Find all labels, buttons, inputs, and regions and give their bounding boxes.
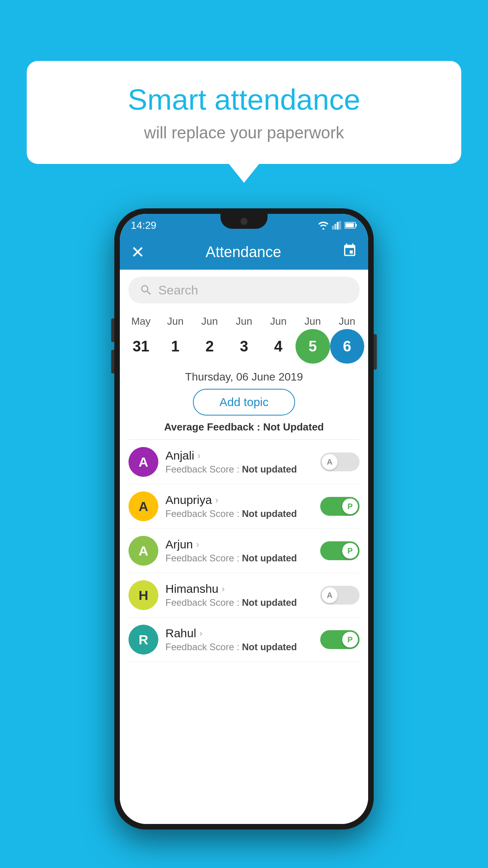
toggle-knob-3: A: [322, 587, 338, 603]
calendar-months: MayJunJunJunJunJunJun: [120, 315, 368, 327]
phone-container: 14:29: [114, 208, 374, 829]
svg-rect-7: [356, 224, 357, 226]
cal-day-3[interactable]: 3: [227, 329, 261, 364]
student-name-0: Anjali ›: [165, 449, 313, 462]
speech-bubble: Smart attendance will replace your paper…: [27, 61, 461, 164]
app-header: ✕ Attendance: [120, 234, 368, 270]
cal-month-2: Jun: [193, 315, 227, 327]
wifi-icon: [318, 221, 329, 230]
cal-day-6[interactable]: 6: [330, 329, 364, 364]
student-item-0[interactable]: AAnjali ›Feedback Score : Not updatedA: [128, 440, 360, 484]
app-content: Search MayJunJunJunJunJunJun 31123456 Th…: [120, 270, 368, 824]
chevron-icon: ›: [199, 628, 202, 639]
battery-icon: [345, 221, 357, 230]
student-info-2: Arjun ›Feedback Score : Not updated: [165, 538, 313, 564]
cal-month-0: May: [124, 315, 158, 327]
close-icon[interactable]: ✕: [131, 243, 145, 262]
speech-bubble-subtitle: will replace your paperwork: [50, 123, 438, 142]
power-button: [374, 334, 377, 370]
cal-month-1: Jun: [158, 315, 192, 327]
student-item-2[interactable]: AArjun ›Feedback Score : Not updatedP: [128, 529, 360, 573]
student-item-4[interactable]: RRahul ›Feedback Score : Not updatedP: [128, 618, 360, 662]
svg-rect-6: [345, 223, 354, 228]
cal-day-1[interactable]: 1: [158, 329, 192, 364]
volume-up-button: [111, 318, 114, 342]
student-info-1: Anupriya ›Feedback Score : Not updated: [165, 493, 313, 519]
student-name-3: Himanshu ›: [165, 582, 313, 596]
toggle-knob-2: P: [342, 543, 358, 559]
chevron-icon: ›: [215, 495, 218, 506]
toggle-knob-4: P: [342, 632, 358, 647]
cal-day-5[interactable]: 5: [295, 329, 330, 364]
calendar-section: MayJunJunJunJunJunJun 31123456: [120, 311, 368, 364]
status-time: 14:29: [131, 219, 156, 232]
chevron-icon: ›: [196, 539, 199, 550]
camera: [240, 218, 248, 225]
cal-month-6: Jun: [330, 315, 364, 327]
cal-day-2[interactable]: 2: [193, 329, 227, 364]
speech-bubble-container: Smart attendance will replace your paper…: [27, 61, 461, 164]
toggle-0[interactable]: A: [320, 452, 360, 471]
toggle-1[interactable]: P: [320, 497, 360, 516]
cal-month-4: Jun: [261, 315, 295, 327]
svg-rect-2: [334, 224, 336, 229]
toggle-knob-1: P: [342, 498, 358, 514]
average-feedback: Average Feedback : Not Updated: [120, 421, 368, 433]
signal-icon: [332, 221, 341, 230]
student-info-0: Anjali ›Feedback Score : Not updated: [165, 449, 313, 475]
student-info-4: Rahul ›Feedback Score : Not updated: [165, 627, 313, 653]
toggle-4[interactable]: P: [320, 630, 360, 649]
calendar-icon[interactable]: [342, 243, 357, 261]
chevron-icon: ›: [222, 583, 225, 594]
student-feedback-0: Feedback Score : Not updated: [165, 464, 313, 475]
toggle-container-2[interactable]: P: [320, 541, 360, 560]
volume-down-button: [111, 350, 114, 373]
student-feedback-2: Feedback Score : Not updated: [165, 553, 313, 564]
student-item-1[interactable]: AAnupriya ›Feedback Score : Not updatedP: [128, 484, 360, 529]
student-name-2: Arjun ›: [165, 538, 313, 551]
selected-date-label: Thursday, 06 June 2019: [120, 371, 368, 383]
svg-rect-1: [332, 226, 334, 230]
student-feedback-1: Feedback Score : Not updated: [165, 508, 313, 519]
notch: [220, 214, 268, 229]
avatar-1: A: [128, 491, 158, 521]
search-icon: [139, 283, 153, 297]
cal-month-5: Jun: [295, 315, 330, 327]
header-title: Attendance: [205, 244, 281, 261]
search-bar[interactable]: Search: [128, 277, 360, 303]
toggle-container-1[interactable]: P: [320, 497, 360, 516]
toggle-knob-0: A: [322, 454, 338, 470]
avatar-0: A: [128, 447, 158, 477]
toggle-container-3[interactable]: A: [320, 586, 360, 605]
speech-bubble-title: Smart attendance: [50, 83, 438, 116]
toggle-2[interactable]: P: [320, 541, 360, 560]
cal-month-3: Jun: [227, 315, 261, 327]
student-name-4: Rahul ›: [165, 627, 313, 640]
svg-point-0: [323, 228, 325, 230]
avatar-2: A: [128, 536, 158, 566]
student-feedback-4: Feedback Score : Not updated: [165, 642, 313, 653]
svg-rect-3: [337, 222, 339, 230]
student-feedback-3: Feedback Score : Not updated: [165, 597, 313, 608]
status-icons: [318, 221, 357, 230]
toggle-3[interactable]: A: [320, 586, 360, 605]
calendar-days: 31123456: [120, 329, 368, 364]
avatar-3: H: [128, 580, 158, 610]
toggle-container-0[interactable]: A: [320, 452, 360, 471]
student-info-3: Himanshu ›Feedback Score : Not updated: [165, 582, 313, 608]
student-name-1: Anupriya ›: [165, 493, 313, 507]
add-topic-button[interactable]: Add topic: [193, 389, 295, 416]
cal-day-0[interactable]: 31: [124, 329, 158, 364]
avg-feedback-label: Average Feedback :: [164, 421, 263, 433]
chevron-icon: ›: [197, 450, 200, 461]
search-placeholder: Search: [158, 283, 198, 298]
phone-screen: 14:29: [120, 214, 368, 824]
svg-rect-4: [339, 221, 341, 230]
avg-feedback-value: Not Updated: [263, 421, 324, 433]
student-list: AAnjali ›Feedback Score : Not updatedAAA…: [120, 440, 368, 662]
toggle-container-4[interactable]: P: [320, 630, 360, 649]
avatar-4: R: [128, 625, 158, 655]
cal-day-4[interactable]: 4: [261, 329, 295, 364]
student-item-3[interactable]: HHimanshu ›Feedback Score : Not updatedA: [128, 573, 360, 618]
